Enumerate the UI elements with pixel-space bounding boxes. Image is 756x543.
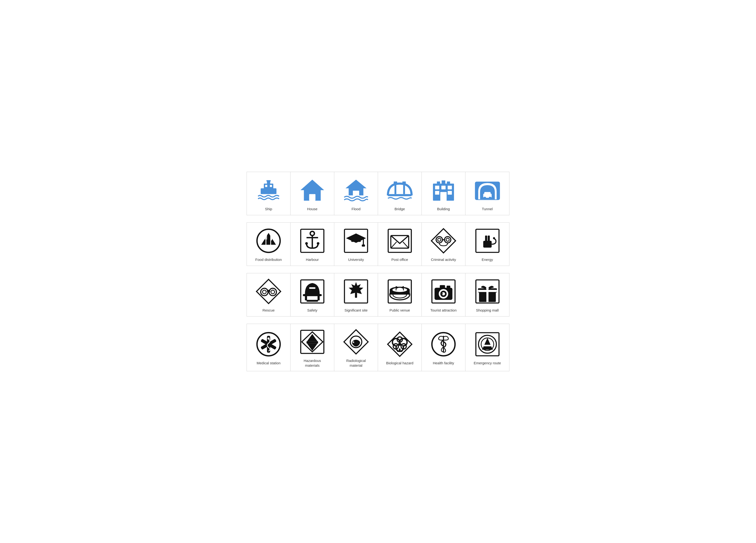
post-office-icon [387, 228, 413, 254]
cell-energy: Energy [465, 223, 509, 266]
harbour-icon [299, 228, 325, 254]
cell-bridge: Bridge [378, 172, 422, 215]
svg-point-64 [493, 237, 495, 239]
cell-shopping-mall: Shopping mall [465, 273, 509, 316]
safety-label: Safety [307, 308, 318, 313]
tourist-attraction-label: Tourist attraction [430, 308, 457, 313]
cell-public-venue: Public venue [378, 273, 422, 316]
svg-rect-19 [441, 186, 446, 189]
university-label: University [348, 257, 364, 262]
svg-rect-22 [448, 191, 452, 195]
svg-marker-6 [301, 180, 324, 190]
svg-rect-25 [447, 182, 450, 184]
svg-rect-3 [266, 180, 271, 182]
svg-rect-94 [440, 285, 445, 288]
emergency-route-label: Emergency route [474, 361, 501, 366]
cell-food-distribution: Food distribution [247, 223, 291, 266]
cell-radiological-material: Radiological material [334, 324, 378, 371]
public-venue-icon [387, 278, 413, 305]
svg-rect-129 [484, 345, 491, 346]
cell-tourist-attraction: Tourist attraction [422, 273, 465, 316]
svg-rect-8 [309, 194, 315, 201]
svg-rect-29 [484, 192, 490, 195]
svg-point-30 [483, 197, 486, 199]
tourist-attraction-icon [430, 278, 457, 305]
medical-station-label: Medical station [257, 361, 281, 366]
row-1: Ship House [247, 172, 509, 215]
svg-rect-95 [447, 286, 450, 288]
criminal-activity-label: Criminal activity [431, 257, 456, 262]
significant-site-icon [343, 278, 369, 305]
bridge-label: Bridge [394, 207, 405, 211]
svg-rect-24 [437, 182, 440, 184]
radiological-material-label: Radiological material [346, 358, 366, 368]
bridge-icon [387, 177, 413, 203]
flood-icon [343, 177, 369, 203]
svg-point-42 [305, 242, 308, 245]
svg-point-96 [442, 293, 443, 294]
radiological-material-icon [343, 329, 369, 355]
cell-post-office: Post office [378, 223, 422, 266]
cell-harbour: Harbour [291, 223, 334, 266]
cell-criminal-activity: Criminal activity [422, 223, 465, 266]
svg-rect-5 [270, 185, 272, 187]
cell-hazardous-materials: Hazardous materials [291, 324, 334, 371]
cell-significant-site: Significant site [334, 273, 378, 316]
svg-rect-14 [403, 184, 405, 194]
tunnel-icon [474, 177, 501, 203]
ship-label: Ship [265, 207, 272, 211]
safety-icon [299, 278, 325, 305]
svg-rect-75 [307, 300, 318, 302]
svg-rect-0 [261, 188, 276, 194]
svg-rect-101 [478, 290, 497, 292]
house-icon [299, 177, 325, 203]
cell-house: House [291, 172, 334, 215]
cell-flood: Flood [334, 172, 378, 215]
cell-building: Building [422, 172, 465, 215]
svg-rect-47 [362, 245, 365, 247]
cell-rescue: Rescue [247, 273, 291, 316]
cell-biological-hazard: Biological hazard [378, 324, 422, 371]
svg-rect-61 [483, 241, 491, 248]
energy-icon [474, 228, 501, 254]
health-facility-label: Health facility [433, 361, 454, 366]
row-2: Food distribution [247, 222, 509, 266]
svg-rect-18 [435, 186, 439, 189]
svg-rect-63 [488, 236, 490, 241]
svg-point-102 [486, 287, 489, 290]
cell-university: University [334, 223, 378, 266]
cell-health-facility: Health facility [422, 324, 465, 371]
svg-point-70 [271, 290, 275, 294]
svg-rect-73 [305, 296, 307, 301]
flood-label: Flood [351, 207, 361, 211]
svg-rect-68 [267, 290, 270, 292]
svg-point-43 [317, 242, 319, 245]
cell-medical-station: Medical station [247, 324, 291, 371]
svg-rect-74 [318, 296, 320, 301]
icon-grid: Ship House [247, 172, 509, 371]
public-venue-label: Public venue [389, 308, 410, 313]
row-4: Medical station Hazardous materials [247, 324, 509, 371]
svg-rect-62 [485, 236, 487, 241]
shopping-mall-icon [474, 278, 501, 305]
svg-rect-16 [402, 182, 406, 184]
svg-marker-54 [431, 229, 455, 253]
harbour-label: Harbour [306, 257, 319, 262]
biological-hazard-icon [387, 331, 413, 357]
cell-ship: Ship [247, 172, 291, 215]
hazardous-materials-icon [299, 329, 325, 355]
svg-rect-130 [482, 348, 493, 350]
house-label: House [307, 207, 317, 211]
shopping-mall-label: Shopping mall [476, 308, 499, 313]
svg-point-39 [310, 231, 314, 236]
post-office-label: Post office [391, 257, 408, 262]
building-icon [430, 177, 457, 203]
svg-rect-23 [440, 192, 447, 201]
health-facility-icon [430, 331, 457, 357]
rescue-label: Rescue [263, 308, 275, 313]
svg-point-69 [263, 290, 266, 294]
emergency-route-icon [474, 331, 501, 357]
food-distribution-icon [255, 228, 282, 254]
criminal-activity-icon [430, 228, 457, 254]
significant-site-label: Significant site [345, 308, 368, 313]
